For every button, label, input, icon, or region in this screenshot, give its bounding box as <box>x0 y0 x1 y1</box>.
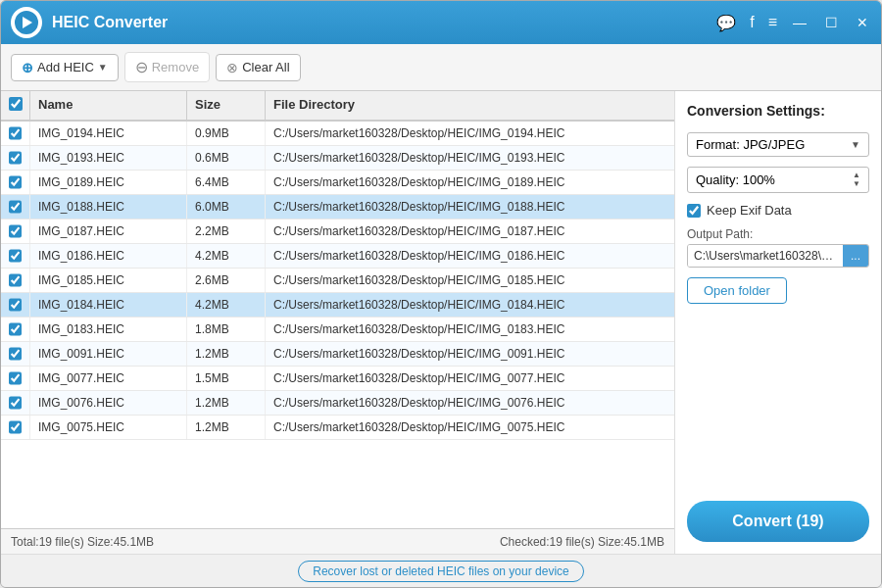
row-checkbox-cell <box>1 342 30 366</box>
row-path: C:/Users/market160328/Desktop/HEIC/IMG_0… <box>266 318 674 341</box>
row-checkbox[interactable] <box>9 273 22 287</box>
quality-spinner[interactable]: ▲ ▼ <box>853 172 860 188</box>
row-size: 0.6MB <box>187 146 266 170</box>
output-path-row: Output Path: C:\Users\market160328\Docu … <box>687 227 869 268</box>
row-size: 2.6MB <box>187 269 266 292</box>
add-heic-label: Add HEIC <box>37 60 94 74</box>
bottom-bar: Recover lost or deleted HEIC files on yo… <box>1 554 881 587</box>
row-checkbox[interactable] <box>9 249 22 263</box>
titlebar: HEIC Converter 💬 f ≡ — ☐ ✕ <box>1 1 881 44</box>
row-name: IMG_0187.HEIC <box>30 220 187 243</box>
table-row[interactable]: IMG_0188.HEIC 6.0MB C:/Users/market16032… <box>1 195 674 220</box>
table-row[interactable]: IMG_0076.HEIC 1.2MB C:/Users/market16032… <box>1 391 674 416</box>
row-checkbox[interactable] <box>9 396 22 410</box>
row-checkbox[interactable] <box>9 371 22 385</box>
row-checkbox[interactable] <box>9 151 22 165</box>
row-checkbox[interactable] <box>9 420 22 434</box>
clear-all-button[interactable]: ⊗ Clear All <box>216 54 300 81</box>
row-checkbox[interactable] <box>9 175 22 189</box>
keep-exif-label: Keep Exif Data <box>707 203 792 218</box>
row-checkbox-cell <box>1 195 30 219</box>
row-path: C:/Users/market160328/Desktop/HEIC/IMG_0… <box>266 244 674 268</box>
row-checkbox-cell <box>1 367 30 390</box>
table-row[interactable]: IMG_0193.HEIC 0.6MB C:/Users/market16032… <box>1 146 674 171</box>
dropdown-caret-icon: ▼ <box>98 62 108 73</box>
convert-button[interactable]: Convert (19) <box>687 501 869 542</box>
minus-icon: ⊖ <box>135 58 148 76</box>
row-size: 2.2MB <box>187 220 266 243</box>
main-content: Name Size File Directory IMG_0194.HEIC 0… <box>1 91 881 554</box>
row-name: IMG_0183.HEIC <box>30 318 187 341</box>
row-name: IMG_0076.HEIC <box>30 391 187 415</box>
maximize-button[interactable]: ☐ <box>822 14 840 31</box>
recover-link[interactable]: Recover lost or deleted HEIC files on yo… <box>298 561 583 582</box>
row-checkbox-cell <box>1 416 30 439</box>
row-path: C:/Users/market160328/Desktop/HEIC/IMG_0… <box>266 367 674 390</box>
open-folder-button[interactable]: Open folder <box>687 277 787 304</box>
row-checkbox[interactable] <box>9 298 22 312</box>
format-row: Format: JPG/JPEG ▼ <box>687 132 869 157</box>
row-checkbox[interactable] <box>9 322 22 336</box>
table-row[interactable]: IMG_0075.HEIC 1.2MB C:/Users/market16032… <box>1 416 674 440</box>
row-checkbox-cell <box>1 220 30 243</box>
titlebar-left: HEIC Converter <box>11 7 168 38</box>
row-name: IMG_0188.HEIC <box>30 195 187 219</box>
row-size: 1.8MB <box>187 318 266 341</box>
table-row[interactable]: IMG_0184.HEIC 4.2MB C:/Users/market16032… <box>1 293 674 318</box>
app-icon <box>11 7 42 38</box>
add-heic-button[interactable]: ⊕ Add HEIC ▼ <box>11 54 119 81</box>
row-name: IMG_0184.HEIC <box>30 293 187 317</box>
row-size: 4.2MB <box>187 244 266 268</box>
app-icon-arrow <box>23 17 32 28</box>
table-row[interactable]: IMG_0185.HEIC 2.6MB C:/Users/market16032… <box>1 269 674 293</box>
app-title: HEIC Converter <box>52 14 168 31</box>
row-size: 6.4MB <box>187 171 266 194</box>
header-name: Name <box>30 91 187 120</box>
select-all-checkbox[interactable] <box>9 97 23 111</box>
quality-select[interactable]: Quality: 100% ▲ ▼ <box>687 167 869 193</box>
chat-icon[interactable]: 💬 <box>716 14 736 32</box>
table-row[interactable]: IMG_0194.HEIC 0.9MB C:/Users/market16032… <box>1 122 674 146</box>
quality-row: Quality: 100% ▲ ▼ <box>687 167 869 193</box>
row-path: C:/Users/market160328/Desktop/HEIC/IMG_0… <box>266 269 674 292</box>
row-name: IMG_0091.HEIC <box>30 342 187 366</box>
keep-exif-checkbox[interactable] <box>687 204 701 218</box>
row-name: IMG_0185.HEIC <box>30 269 187 292</box>
plus-icon: ⊕ <box>22 60 33 75</box>
row-name: IMG_0077.HEIC <box>30 367 187 390</box>
row-size: 1.2MB <box>187 342 266 366</box>
table-row[interactable]: IMG_0189.HEIC 6.4MB C:/Users/market16032… <box>1 171 674 195</box>
toolbar: ⊕ Add HEIC ▼ ⊖ Remove ⊗ Clear All <box>1 44 881 91</box>
row-checkbox-cell <box>1 171 30 194</box>
row-size: 0.9MB <box>187 122 266 145</box>
row-checkbox-cell <box>1 269 30 292</box>
table-row[interactable]: IMG_0186.HEIC 4.2MB C:/Users/market16032… <box>1 244 674 269</box>
row-checkbox-cell <box>1 293 30 317</box>
row-name: IMG_0194.HEIC <box>30 122 187 145</box>
row-path: C:/Users/market160328/Desktop/HEIC/IMG_0… <box>266 146 674 170</box>
row-name: IMG_0075.HEIC <box>30 416 187 439</box>
row-checkbox[interactable] <box>9 224 22 238</box>
browse-button[interactable]: ... <box>843 245 868 267</box>
row-checkbox[interactable] <box>9 200 22 214</box>
quality-up-icon[interactable]: ▲ <box>853 172 860 179</box>
table-row[interactable]: IMG_0183.HEIC 1.8MB C:/Users/market16032… <box>1 318 674 342</box>
format-select[interactable]: Format: JPG/JPEG ▼ <box>687 132 869 157</box>
row-name: IMG_0189.HEIC <box>30 171 187 194</box>
table-row[interactable]: IMG_0091.HEIC 1.2MB C:/Users/market16032… <box>1 342 674 367</box>
row-checkbox[interactable] <box>9 347 22 361</box>
remove-button[interactable]: ⊖ Remove <box>124 52 210 82</box>
table-row[interactable]: IMG_0077.HEIC 1.5MB C:/Users/market16032… <box>1 367 674 391</box>
table-row[interactable]: IMG_0187.HEIC 2.2MB C:/Users/market16032… <box>1 220 674 244</box>
row-checkbox-cell <box>1 122 30 145</box>
minimize-button[interactable]: — <box>791 14 808 31</box>
row-size: 1.5MB <box>187 367 266 390</box>
facebook-icon[interactable]: f <box>750 14 754 31</box>
quality-down-icon[interactable]: ▼ <box>853 180 860 188</box>
row-size: 6.0MB <box>187 195 266 219</box>
row-checkbox[interactable] <box>9 126 22 140</box>
app-icon-inner <box>13 9 40 36</box>
app-window: HEIC Converter 💬 f ≡ — ☐ ✕ ⊕ Add HEIC ▼ … <box>0 0 882 588</box>
menu-icon[interactable]: ≡ <box>768 14 777 31</box>
close-button[interactable]: ✕ <box>854 14 871 31</box>
